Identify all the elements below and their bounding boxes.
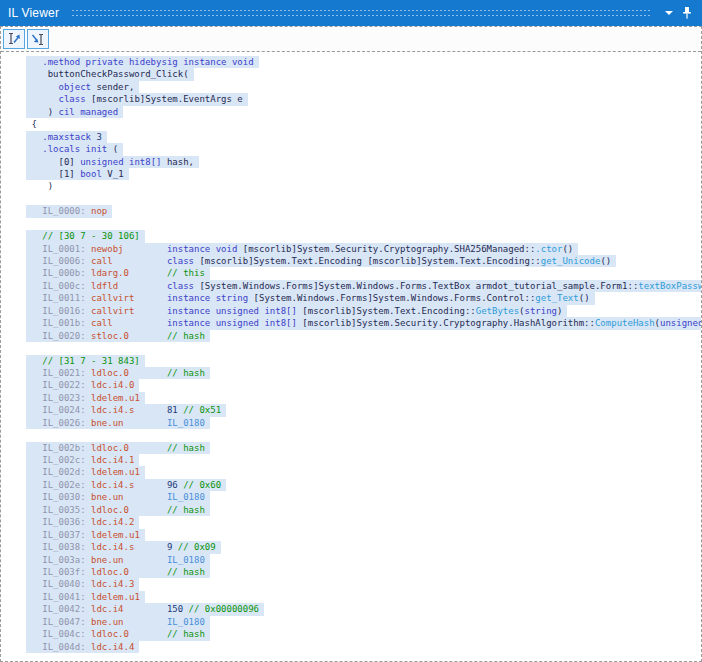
code-line[interactable]: IL_0011: callvirt instance string [Syste… [26, 292, 701, 304]
sync-caret-to-il-icon [6, 31, 22, 47]
code-line[interactable]: IL_004c: ldloc.0 // hash [26, 628, 701, 640]
code-line[interactable]: class [mscorlib]System.EventArgs e [26, 93, 701, 105]
code-line[interactable]: IL_0022: ldc.i4.0 [26, 379, 701, 391]
code-area[interactable]: .method private hidebysig instance void … [1, 52, 701, 661]
code-line[interactable] [26, 218, 701, 230]
code-line[interactable]: IL_000c: ldfld class [System.Windows.For… [26, 280, 701, 292]
code-line[interactable]: IL_0006: call class [mscorlib]System.Tex… [26, 255, 701, 267]
code-line[interactable]: IL_0047: bne.un IL_0180 [26, 616, 701, 628]
auto-hide-pin-button[interactable] [678, 4, 696, 22]
sync-il-to-caret-icon [30, 31, 46, 47]
code-line[interactable]: IL_0016: callvirt instance unsigned int8… [26, 305, 701, 317]
code-line[interactable]: IL_0040: ldc.i4.3 [26, 578, 701, 590]
code-line[interactable] [26, 429, 701, 441]
code-line[interactable]: ) cil managed [26, 106, 701, 118]
code-line[interactable]: .locals init ( [26, 143, 701, 155]
code-line[interactable]: IL_002b: ldloc.0 // hash [26, 442, 701, 454]
code-line[interactable]: IL_0042: ldc.i4 150 // 0x00000096 [26, 603, 701, 615]
sync-il-to-caret-button[interactable] [27, 29, 49, 49]
code-line[interactable]: IL_0023: ldelem.u1 [26, 392, 701, 404]
code-line[interactable]: IL_000b: ldarg.0 // this [26, 267, 701, 279]
tool-window-titlebar[interactable]: IL Viewer [0, 0, 702, 26]
titlebar-drag-grip[interactable] [71, 8, 650, 18]
code-line[interactable]: IL_003a: bne.un IL_0180 [26, 554, 701, 566]
code-line[interactable]: IL_0001: newobj instance void [mscorlib]… [26, 243, 701, 255]
code-line[interactable]: .maxstack 3 [26, 131, 701, 143]
code-line[interactable]: IL_0041: ldelem.u1 [26, 591, 701, 603]
code-line[interactable]: IL_0036: ldc.i4.2 [26, 516, 701, 528]
il-viewer-tool-window: IL Viewer [0, 0, 702, 662]
code-line[interactable]: IL_0021: ldloc.0 // hash [26, 367, 701, 379]
code-line[interactable]: IL_0026: bne.un IL_0180 [26, 417, 701, 429]
code-line[interactable]: [1] bool V_1 [26, 168, 701, 180]
code-line[interactable]: object sender, [26, 81, 701, 93]
tool-window-body: .method private hidebysig instance void … [0, 26, 702, 662]
pin-icon [681, 6, 693, 20]
code-line[interactable]: IL_0038: ldc.i4.s 9 // 0x09 [26, 541, 701, 553]
code-line[interactable]: IL_002d: ldelem.u1 [26, 466, 701, 478]
code-line[interactable]: IL_0035: ldloc.0 // hash [26, 504, 701, 516]
code-line[interactable] [26, 193, 701, 205]
code-line[interactable] [26, 342, 701, 354]
il-viewer-toolbar [1, 27, 701, 52]
code-line[interactable]: IL_002c: ldc.i4.1 [26, 454, 701, 466]
code-line[interactable]: IL_0020: stloc.0 // hash [26, 330, 701, 342]
code-line[interactable]: IL_0030: bne.un IL_0180 [26, 491, 701, 503]
tool-window-title: IL Viewer [8, 6, 59, 20]
code-line[interactable]: IL_004d: ldc.i4.4 [26, 641, 701, 653]
code-line[interactable]: IL_0037: ldelem.u1 [26, 529, 701, 541]
code-line[interactable]: // [30 7 - 30 106] [26, 230, 701, 242]
code-line[interactable]: buttonCheckPassword_Click( [26, 68, 701, 80]
code-line[interactable]: IL_0024: ldc.i4.s 81 // 0x51 [26, 404, 701, 416]
code-line[interactable]: IL_003f: ldloc.0 // hash [26, 566, 701, 578]
code-line[interactable]: IL_002e: ldc.i4.s 96 // 0x60 [26, 479, 701, 491]
chevron-down-icon [665, 11, 673, 15]
code-line[interactable]: .method private hidebysig instance void [26, 56, 701, 68]
window-position-menu-button[interactable] [660, 4, 678, 22]
code-line[interactable]: [0] unsigned int8[] hash, [26, 156, 701, 168]
sync-caret-to-il-button[interactable] [3, 29, 25, 49]
code-line[interactable]: // [31 7 - 31 843] [26, 355, 701, 367]
code-line[interactable]: ) [26, 180, 701, 192]
code-line[interactable]: IL_001b: call instance unsigned int8[] [… [26, 317, 701, 329]
code-line[interactable]: IL_0000: nop [26, 205, 701, 217]
code-line[interactable]: { [26, 118, 701, 130]
